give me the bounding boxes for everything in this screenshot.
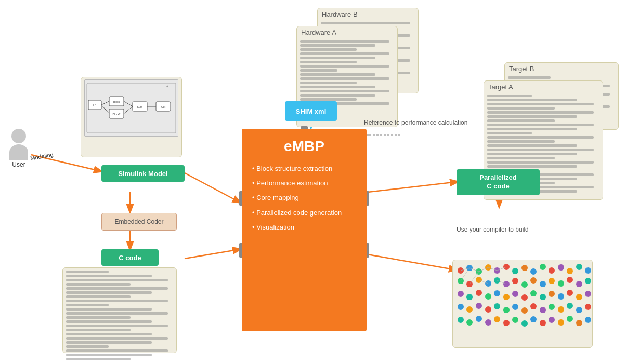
svg-point-87 [576,307,582,313]
svg-point-52 [530,277,537,284]
svg-line-24 [124,101,133,106]
svg-point-95 [512,317,518,323]
svg-point-43 [585,267,591,274]
svg-point-37 [530,268,537,275]
svg-text:Out: Out [161,105,166,109]
svg-point-84 [549,304,555,310]
svg-point-80 [512,304,518,310]
modeling-label: Modeling [30,151,54,161]
svg-point-70 [558,293,564,300]
svg-point-81 [521,307,528,314]
svg-point-75 [466,306,473,313]
svg-point-92 [485,319,491,326]
svg-point-89 [458,317,464,323]
hardware-a-content [297,37,397,109]
svg-text:Block: Block [113,100,120,103]
svg-point-83 [540,307,546,313]
svg-point-53 [540,281,546,287]
svg-point-78 [494,303,500,309]
svg-point-94 [503,320,510,326]
user-label: User [12,161,25,168]
svg-point-38 [540,264,546,270]
svg-point-77 [485,306,491,313]
svg-point-36 [521,265,528,271]
shim-xml-box: SHIM xml [285,101,337,121]
simulink-diagram: In1 Block Block2 Sum Out ⊕ [84,79,178,137]
card-ccode [62,267,177,353]
svg-point-65 [512,291,518,297]
simulink-model-label: Simulink Model [101,165,185,182]
svg-line-9 [368,254,457,270]
embp-item-2: • Performance estimation [252,179,328,188]
svg-point-41 [567,268,573,274]
ccode-label: C code [101,249,159,266]
embp-title: eMBP [284,138,324,155]
svg-point-100 [558,319,564,326]
embp-item-1: • Block structure extraction [252,164,332,173]
svg-text:⊕: ⊕ [166,85,168,88]
svg-point-82 [530,303,537,309]
hardware-b-title: Hardware B [318,8,418,19]
svg-text:Block2: Block2 [112,113,120,116]
svg-point-101 [567,316,573,322]
user-figure: User [9,129,28,168]
svg-point-64 [503,294,510,300]
parallelized-ccode-label: Parallelized C code [457,169,540,195]
embp-item-3: • Core mapping [252,193,299,203]
svg-point-96 [521,320,528,327]
svg-point-56 [567,277,573,283]
svg-point-54 [549,278,555,284]
svg-point-50 [512,278,518,284]
svg-point-63 [494,290,500,296]
svg-point-69 [549,291,555,297]
svg-point-39 [549,267,555,274]
embp-box: eMBP • Block structure extraction • Perf… [242,129,367,331]
svg-point-103 [585,317,591,323]
viz-dots-area [453,260,592,328]
svg-point-71 [567,290,573,296]
target-b-title: Target B [505,63,618,74]
svg-line-1 [185,173,240,203]
svg-point-79 [503,307,510,313]
svg-point-62 [485,293,491,300]
svg-point-74 [458,304,464,310]
reference-label: Reference to performance calculation [364,118,467,127]
svg-point-88 [585,304,591,310]
card-viz [452,260,593,348]
svg-point-35 [512,268,518,274]
svg-point-72 [576,294,582,300]
diagram-container: User Modeling Hardware B Hardware A [0,0,639,364]
svg-point-61 [476,290,482,296]
svg-point-86 [567,303,573,309]
svg-point-40 [558,264,564,271]
svg-point-73 [585,291,591,297]
svg-point-76 [476,303,482,309]
svg-line-25 [124,106,133,114]
svg-point-99 [549,317,555,323]
svg-point-98 [540,320,546,326]
svg-point-68 [540,294,546,300]
svg-point-55 [558,280,564,287]
svg-point-67 [530,290,537,296]
svg-point-59 [458,291,464,297]
user-body [9,144,28,160]
embp-item-5: • Visualization [252,223,294,232]
embedded-coder-box: Embedded Coder [101,213,177,231]
svg-point-42 [576,264,582,270]
svg-line-23 [101,105,109,114]
svg-point-97 [530,316,537,322]
embp-item-4: • Parallelized code generation [252,208,342,218]
svg-point-66 [521,294,528,301]
svg-point-51 [521,281,528,288]
target-a-title: Target A [484,81,603,92]
ccode-content [63,268,176,364]
svg-point-58 [585,278,591,284]
svg-line-4 [185,249,240,259]
svg-text:In1: In1 [93,104,97,107]
svg-point-60 [466,294,473,300]
svg-line-22 [101,101,109,105]
svg-text:Sum: Sum [137,105,142,109]
svg-point-91 [476,316,482,322]
user-head [11,129,26,143]
svg-point-57 [576,281,582,287]
